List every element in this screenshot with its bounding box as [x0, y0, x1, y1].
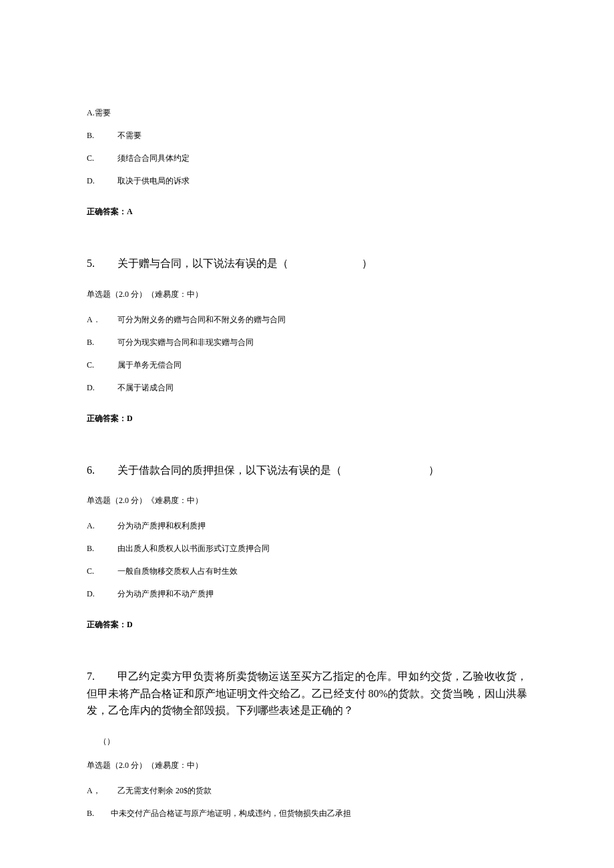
question-text-after: ）	[362, 258, 372, 269]
q4-option-c: C. 须结合合同具体约定	[87, 152, 527, 164]
option-text: 分为动产质押和权利质押	[117, 520, 527, 532]
q6-option-d: D. 分为动产质押和不动产质押	[87, 588, 527, 600]
option-text: 分为动产质押和不动产质押	[117, 588, 527, 600]
question-number: 7.	[87, 668, 117, 685]
q4-option-d: D. 取决于供电局的诉求	[87, 175, 527, 187]
q5-option-d: D. 不属于诺成合同	[87, 382, 527, 394]
q5-meta: 单选题（2.0 分）（难易度：中）	[87, 288, 527, 300]
q4-option-b: B. 不需要	[87, 129, 527, 141]
answer-value: D	[127, 620, 133, 629]
question-text-before: 关于赠与合同，以下说法有误的是（	[117, 258, 288, 269]
q5-option-b: B. 可分为现实赠与合同和非现实赠与合同	[87, 336, 527, 348]
option-text: 属于单务无偿合同	[117, 359, 527, 371]
q4-options: A.需要 B. 不需要 C. 须结合合同具体约定 D. 取决于供电局的诉求	[87, 107, 527, 187]
q5-answer: 正确答案：D	[87, 412, 527, 424]
option-letter: A，	[87, 785, 117, 797]
q7-title: 7.甲乙约定卖方甲负责将所卖货物运送至买方乙指定的仓库。甲如约交货，乙验收收货，…	[87, 668, 527, 719]
question-number: 5.	[87, 255, 117, 272]
option-letter: B.	[87, 542, 117, 554]
option-text: 不属于诺成合同	[117, 382, 527, 394]
q5-options: A． 可分为附义务的赠与合同和不附义务的赠与合同 B. 可分为现实赠与合同和非现…	[87, 314, 527, 394]
question-text-before: 关于借款合同的质押担保，以下说法有误的是（	[117, 464, 342, 476]
option-letter: C.	[87, 152, 117, 164]
q6-options: A. 分为动产质押和权利质押 B. 由出质人和质权人以书面形式订立质押合同 C.…	[87, 520, 527, 600]
option-text: 可分为现实赠与合同和非现实赠与合同	[117, 336, 527, 348]
q7-paren: （）	[99, 735, 527, 747]
option-text: 乙无需支付剩余 20$的货款	[117, 785, 527, 797]
q5-title: 5.关于赠与合同，以下说法有误的是（）	[87, 255, 527, 272]
option-letter: B.	[87, 336, 117, 348]
option-letter: D.	[87, 588, 117, 600]
question-number: 6.	[87, 462, 117, 479]
q6-option-b: B. 由出质人和质权人以书面形式订立质押合同	[87, 542, 527, 554]
q7-options: A， 乙无需支付剩余 20$的货款 B. 中未交付产品合格证与原产地证明，构成违…	[87, 785, 527, 819]
q5-option-c: C. 属于单务无偿合同	[87, 359, 527, 371]
option-letter: A.需要	[87, 107, 117, 119]
answer-label: 正确答案：	[87, 207, 127, 216]
option-text: 不需要	[117, 129, 527, 141]
option-text: 可分为附义务的赠与合同和不附义务的赠与合同	[117, 314, 527, 326]
option-letter: A．	[87, 314, 117, 326]
answer-value: A	[127, 207, 133, 216]
option-text: 取决于供电局的诉求	[117, 175, 527, 187]
q7-option-b: B. 中未交付产品合格证与原产地证明，构成违约，但货物损失由乙承担	[87, 807, 527, 819]
option-letter: D.	[87, 382, 117, 394]
option-text: 中未交付产品合格证与原产地证明，构成违约，但货物损失由乙承担	[111, 807, 527, 819]
option-letter: D.	[87, 175, 117, 187]
option-letter: A.	[87, 520, 117, 532]
q6-option-a: A. 分为动产质押和权利质押	[87, 520, 527, 532]
option-text: 须结合合同具体约定	[117, 152, 527, 164]
q6-meta: 单选题（2.0 分）《难易度：中）	[87, 494, 527, 506]
question-text-after: ）	[428, 464, 439, 476]
option-letter: B.	[87, 807, 111, 819]
answer-label: 正确答案：	[87, 414, 127, 423]
option-text: 由出质人和质权人以书面形式订立质押合同	[117, 542, 527, 554]
q5-option-a: A． 可分为附义务的赠与合同和不附义务的赠与合同	[87, 314, 527, 326]
q7-meta: 单选题（2.0 分）（难易度：中）	[87, 759, 527, 771]
q7-option-a: A， 乙无需支付剩余 20$的货款	[87, 785, 527, 797]
option-letter: B.	[87, 129, 117, 141]
option-letter: C.	[87, 565, 117, 577]
q4-answer: 正确答案：A	[87, 205, 527, 218]
option-letter: C.	[87, 359, 117, 371]
q6-answer: 正确答案：D	[87, 618, 527, 630]
answer-label: 正确答案：	[87, 620, 127, 629]
option-text: 一般自质物移交质权人占有时生效	[117, 565, 527, 577]
question-text: 甲乙约定卖方甲负责将所卖货物运送至买方乙指定的仓库。甲如约交货，乙验收收货，但甲…	[87, 671, 527, 716]
document-page: A.需要 B. 不需要 C. 须结合合同具体约定 D. 取决于供电局的诉求 正确…	[0, 0, 614, 868]
answer-value: D	[127, 414, 133, 423]
q4-option-a: A.需要	[87, 107, 527, 119]
q6-title: 6.关于借款合同的质押担保，以下说法有误的是（）	[87, 462, 527, 479]
q6-option-c: C. 一般自质物移交质权人占有时生效	[87, 565, 527, 577]
